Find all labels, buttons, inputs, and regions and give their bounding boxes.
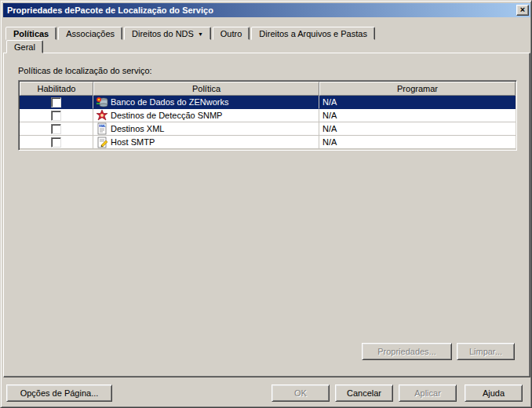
zenworks-database-icon bbox=[95, 96, 108, 108]
enabled-checkbox[interactable] bbox=[51, 97, 61, 107]
schedule-cell: N/A bbox=[319, 96, 516, 109]
enabled-cell bbox=[20, 122, 93, 136]
schedule-cell: N/A bbox=[319, 109, 516, 122]
tab-label: Associações bbox=[66, 29, 115, 38]
table-row[interactable]: Banco de Dados do ZENworks N/A bbox=[20, 96, 516, 109]
column-header-programar[interactable]: Programar bbox=[319, 82, 516, 96]
tab-outro[interactable]: Outro bbox=[213, 27, 250, 40]
policy-cell[interactable]: Host SMTP bbox=[93, 136, 319, 149]
properties-button[interactable]: Propriedades... bbox=[362, 343, 452, 360]
policy-name: Banco de Dados do ZENworks bbox=[111, 97, 228, 107]
smtp-host-icon bbox=[95, 136, 108, 148]
content-panel: Políticas de localização do serviço: Hab… bbox=[3, 53, 530, 377]
policy-cell[interactable]: XML Destinos XML bbox=[93, 122, 319, 136]
close-icon[interactable]: × bbox=[516, 5, 529, 16]
properties-dialog: Propriedades dePacote de Localização do … bbox=[0, 0, 532, 408]
clear-button[interactable]: Limpar... bbox=[457, 343, 515, 360]
snmp-trap-targets-icon bbox=[95, 109, 108, 122]
apply-button[interactable]: Aplicar bbox=[399, 384, 457, 402]
tab-politicas[interactable]: Políticas bbox=[5, 27, 56, 40]
tab-label: Direitos do NDS bbox=[132, 29, 194, 38]
schedule-value: N/A bbox=[322, 111, 337, 120]
enabled-checkbox[interactable] bbox=[51, 111, 61, 121]
schedule-value: N/A bbox=[322, 124, 337, 133]
cancel-button[interactable]: Cancelar bbox=[335, 384, 393, 402]
enabled-cell bbox=[20, 109, 93, 122]
policy-name: Host SMTP bbox=[111, 137, 155, 147]
policy-name: Destinos XML bbox=[111, 124, 164, 133]
tab-associacoes[interactable]: Associações bbox=[58, 27, 122, 40]
schedule-cell: N/A bbox=[319, 122, 516, 136]
schedule-cell: N/A bbox=[319, 136, 516, 149]
svg-text:XML: XML bbox=[99, 124, 106, 128]
policy-name: Destinos de Detecção SNMP bbox=[111, 111, 222, 120]
table-header: Habilitado Política Programar bbox=[20, 82, 516, 96]
window-title: Propriedades dePacote de Localização do … bbox=[7, 5, 213, 15]
xml-targets-icon: XML bbox=[95, 122, 108, 135]
table-body: Banco de Dados do ZENworks N/A bbox=[20, 96, 516, 149]
enabled-cell bbox=[20, 136, 93, 149]
column-header-habilitado[interactable]: Habilitado bbox=[20, 82, 93, 96]
schedule-value: N/A bbox=[322, 97, 337, 107]
tab-label: Direitos a Arquivos e Pastas bbox=[259, 29, 367, 38]
sub-tab-strip: Geral bbox=[6, 40, 45, 53]
enabled-cell bbox=[20, 96, 93, 109]
subtab-geral[interactable]: Geral bbox=[6, 40, 43, 53]
table-row[interactable]: Destinos de Detecção SNMP N/A bbox=[20, 109, 516, 122]
title-bar: Propriedades dePacote de Localização do … bbox=[3, 3, 530, 17]
policy-cell[interactable]: Banco de Dados do ZENworks bbox=[93, 96, 319, 109]
help-button[interactable]: Ajuda bbox=[465, 384, 523, 402]
chevron-down-icon: ▼ bbox=[198, 31, 203, 37]
table-row[interactable]: Host SMTP N/A bbox=[20, 136, 516, 149]
tab-label: Outro bbox=[220, 29, 242, 38]
tab-label: Políticas bbox=[13, 29, 49, 38]
tab-strip: Políticas Associações Direitos do NDS▼ O… bbox=[5, 27, 377, 40]
policy-cell[interactable]: Destinos de Detecção SNMP bbox=[93, 109, 319, 122]
ok-button[interactable]: OK bbox=[271, 384, 330, 402]
policy-table: Habilitado Política Programar bbox=[18, 80, 517, 151]
enabled-checkbox[interactable] bbox=[51, 137, 61, 148]
page-options-button[interactable]: Opções de Página... bbox=[6, 384, 112, 402]
enabled-checkbox[interactable] bbox=[51, 124, 61, 134]
schedule-value: N/A bbox=[322, 137, 337, 147]
section-label: Políticas de localização do serviço: bbox=[18, 66, 152, 75]
tab-direitos-nds[interactable]: Direitos do NDS▼ bbox=[124, 27, 211, 40]
tab-direitos-arquivos-pastas[interactable]: Direitos a Arquivos e Pastas bbox=[251, 27, 375, 40]
column-header-politica[interactable]: Política bbox=[93, 82, 319, 96]
table-row[interactable]: XML Destinos XML N/A bbox=[20, 122, 516, 136]
subtab-label: Geral bbox=[14, 42, 35, 52]
